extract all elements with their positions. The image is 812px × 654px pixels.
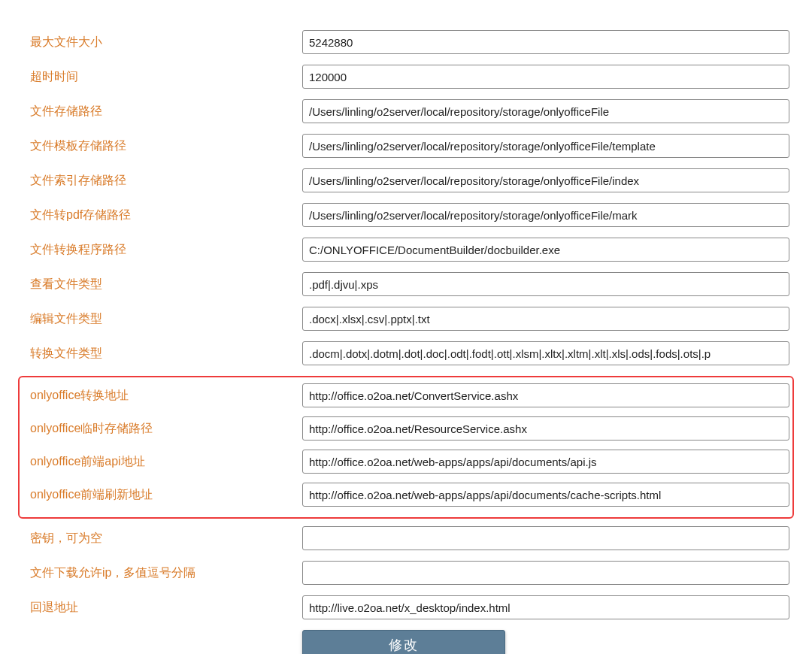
input-oo-api-url[interactable] bbox=[302, 450, 789, 474]
input-secret-key[interactable] bbox=[302, 526, 789, 550]
input-oo-refresh-url[interactable] bbox=[302, 483, 789, 507]
label-file-store-path: 文件存储路径 bbox=[23, 103, 302, 120]
row-file-index-path: 文件索引存储路径 bbox=[23, 168, 789, 192]
row-fallback-url: 回退地址 bbox=[23, 595, 789, 619]
button-row: 修改 bbox=[23, 630, 789, 654]
input-file-index-path[interactable] bbox=[302, 168, 789, 192]
row-view-file-types: 查看文件类型 bbox=[23, 272, 789, 296]
label-file-index-path: 文件索引存储路径 bbox=[23, 172, 302, 189]
label-view-file-types: 查看文件类型 bbox=[23, 276, 302, 292]
input-file-template-path[interactable] bbox=[302, 134, 789, 158]
row-file-store-path: 文件存储路径 bbox=[23, 99, 789, 123]
row-download-ip: 文件下载允许ip，多值逗号分隔 bbox=[23, 561, 789, 585]
row-file-convert-prog: 文件转换程序路径 bbox=[23, 238, 789, 262]
label-download-ip: 文件下载允许ip，多值逗号分隔 bbox=[23, 565, 302, 581]
row-max-file-size: 最大文件大小 bbox=[23, 30, 789, 54]
label-oo-api-url: onlyoffice前端api地址 bbox=[23, 453, 302, 470]
input-view-file-types[interactable] bbox=[302, 272, 789, 296]
row-file-template-path: 文件模板存储路径 bbox=[23, 134, 789, 158]
row-oo-convert-url: onlyoffice转换地址 bbox=[23, 383, 789, 407]
input-oo-convert-url[interactable] bbox=[302, 383, 789, 407]
label-fallback-url: 回退地址 bbox=[23, 599, 302, 616]
label-max-file-size: 最大文件大小 bbox=[23, 34, 302, 50]
row-oo-refresh-url: onlyoffice前端刷新地址 bbox=[23, 483, 789, 507]
input-file-store-path[interactable] bbox=[302, 99, 789, 123]
input-convert-file-types[interactable] bbox=[302, 341, 789, 365]
label-file-pdf-path: 文件转pdf存储路径 bbox=[23, 207, 302, 223]
label-convert-file-types: 转换文件类型 bbox=[23, 345, 302, 362]
submit-button[interactable]: 修改 bbox=[302, 630, 505, 654]
input-file-pdf-path[interactable] bbox=[302, 203, 789, 227]
input-oo-temp-store[interactable] bbox=[302, 416, 789, 441]
input-file-convert-prog[interactable] bbox=[302, 238, 789, 262]
input-edit-file-types[interactable] bbox=[302, 307, 789, 331]
row-secret-key: 密钥，可为空 bbox=[23, 526, 789, 550]
row-edit-file-types: 编辑文件类型 bbox=[23, 307, 789, 331]
row-timeout: 超时时间 bbox=[23, 65, 789, 89]
row-file-pdf-path: 文件转pdf存储路径 bbox=[23, 203, 789, 227]
label-secret-key: 密钥，可为空 bbox=[23, 530, 302, 547]
input-download-ip[interactable] bbox=[302, 561, 789, 585]
input-timeout[interactable] bbox=[302, 65, 789, 89]
row-oo-temp-store: onlyoffice临时存储路径 bbox=[23, 416, 789, 441]
button-spacer bbox=[23, 630, 302, 654]
label-oo-convert-url: onlyoffice转换地址 bbox=[23, 387, 302, 404]
input-fallback-url[interactable] bbox=[302, 595, 789, 619]
label-timeout: 超时时间 bbox=[23, 68, 302, 85]
row-convert-file-types: 转换文件类型 bbox=[23, 341, 789, 365]
label-file-template-path: 文件模板存储路径 bbox=[23, 138, 302, 154]
input-max-file-size[interactable] bbox=[302, 30, 789, 54]
highlight-onlyoffice-group: onlyoffice转换地址 onlyoffice临时存储路径 onlyoffi… bbox=[18, 376, 794, 519]
label-file-convert-prog: 文件转换程序路径 bbox=[23, 241, 302, 258]
label-oo-temp-store: onlyoffice临时存储路径 bbox=[23, 420, 302, 437]
label-oo-refresh-url: onlyoffice前端刷新地址 bbox=[23, 486, 302, 503]
row-oo-api-url: onlyoffice前端api地址 bbox=[23, 450, 789, 474]
label-edit-file-types: 编辑文件类型 bbox=[23, 310, 302, 327]
